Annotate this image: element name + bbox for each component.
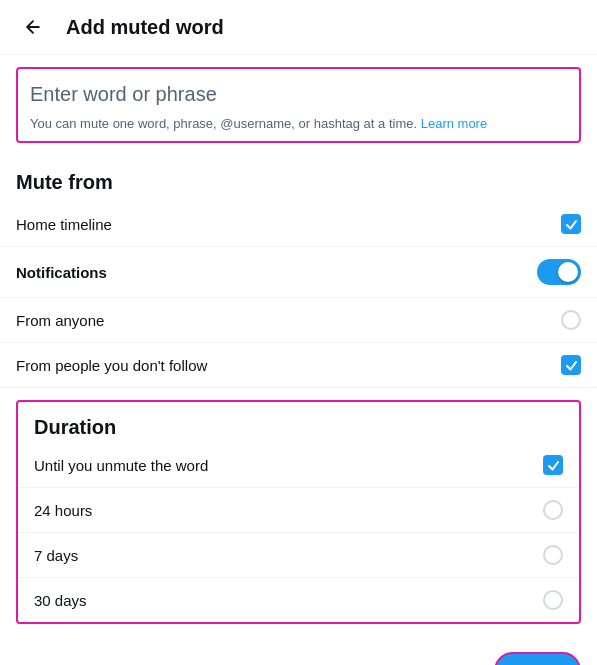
notifications-label: Notifications xyxy=(16,264,107,281)
duration-section: Duration Until you unmute the word 24 ho… xyxy=(16,400,581,624)
save-button[interactable]: Save xyxy=(494,652,581,665)
mute-from-label: Mute from xyxy=(0,155,597,202)
24-hours-radio[interactable] xyxy=(543,500,563,520)
from-not-follow-checkbox[interactable] xyxy=(561,355,581,375)
word-input-hint: You can mute one word, phrase, @username… xyxy=(30,116,567,131)
24-hours-row: 24 hours xyxy=(18,488,579,533)
save-btn-wrapper: Save xyxy=(0,636,597,665)
30-days-row: 30 days xyxy=(18,578,579,622)
from-not-follow-label: From people you don't follow xyxy=(16,357,207,374)
learn-more-link[interactable]: Learn more xyxy=(421,116,487,131)
notifications-row: Notifications xyxy=(0,247,597,298)
from-not-follow-row: From people you don't follow xyxy=(0,343,597,388)
home-timeline-row: Home timeline xyxy=(0,202,597,247)
24-hours-label: 24 hours xyxy=(34,502,92,519)
word-input-section: You can mute one word, phrase, @username… xyxy=(16,67,581,143)
from-anyone-label: From anyone xyxy=(16,312,104,329)
until-unmute-radio[interactable] xyxy=(543,455,563,475)
toggle-knob xyxy=(558,262,578,282)
page-title: Add muted word xyxy=(66,16,224,39)
home-timeline-checkbox[interactable] xyxy=(561,214,581,234)
notifications-toggle[interactable] xyxy=(537,259,581,285)
until-unmute-label: Until you unmute the word xyxy=(34,457,208,474)
from-anyone-radio[interactable] xyxy=(561,310,581,330)
until-unmute-row: Until you unmute the word xyxy=(18,443,579,488)
7-days-radio[interactable] xyxy=(543,545,563,565)
from-anyone-row: From anyone xyxy=(0,298,597,343)
7-days-label: 7 days xyxy=(34,547,78,564)
home-timeline-label: Home timeline xyxy=(16,216,112,233)
back-button[interactable] xyxy=(16,10,50,44)
30-days-label: 30 days xyxy=(34,592,87,609)
7-days-row: 7 days xyxy=(18,533,579,578)
30-days-radio[interactable] xyxy=(543,590,563,610)
header: Add muted word xyxy=(0,0,597,55)
duration-label: Duration xyxy=(18,402,579,443)
word-input[interactable] xyxy=(30,79,567,110)
